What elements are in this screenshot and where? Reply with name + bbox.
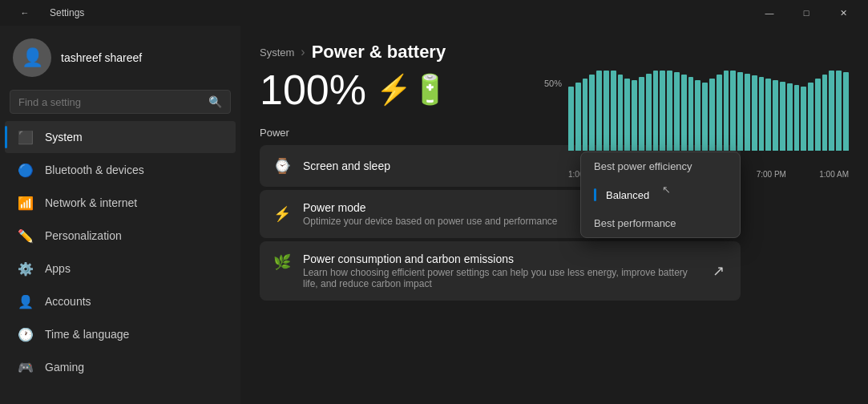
sidebar-item-apps[interactable]: ⚙️ Apps [5, 252, 236, 285]
chart-bars [568, 55, 849, 151]
chart-bar [632, 80, 637, 151]
chart-bar [674, 72, 680, 151]
chart-bar [815, 79, 821, 151]
sidebar-item-bluetooth[interactable]: 🔵 Bluetooth & devices [5, 154, 236, 186]
chart-bar [773, 80, 778, 151]
power-mode-dropdown[interactable]: Best power efficiency Balanced ↖ Best pe… [580, 152, 741, 238]
sidebar-label-network: Network & internet [45, 196, 137, 209]
screen-sleep-icon: ⌚ [273, 156, 292, 176]
chart-bar [611, 71, 616, 151]
breadcrumb-current: Power & battery [312, 42, 446, 63]
chart-bar [589, 75, 595, 151]
nav-list: ⬛ System 🔵 Bluetooth & devices 📶 Network… [0, 120, 240, 404]
user-section: 👤 tashreef shareef [0, 26, 240, 87]
carbon-row[interactable]: 🌿 Power consumption and carbon emissions… [260, 241, 741, 301]
close-button[interactable]: ✕ [825, 0, 862, 26]
chart-bar [568, 87, 574, 151]
chart-bar [575, 83, 581, 151]
cursor-pointer: ↖ [662, 183, 671, 195]
dropdown-option-efficiency-label: Best power efficiency [594, 160, 692, 172]
sidebar-label-apps: Apps [45, 262, 71, 275]
chart-bar [737, 72, 743, 151]
chart-bar [752, 75, 757, 151]
minimize-button[interactable]: — [751, 0, 788, 26]
titlebar: ← Settings — □ ✕ [0, 0, 868, 26]
power-mode-row[interactable]: ⚡ Power mode Optimize your device based … [260, 190, 741, 238]
sidebar: 👤 tashreef shareef 🔍 ⬛ System 🔵 Bluetoot… [0, 26, 240, 404]
chart-bar [681, 75, 687, 151]
chart-bar [653, 71, 659, 151]
username: tashreef shareef [61, 51, 142, 64]
sidebar-item-network[interactable]: 📶 Network & internet [5, 187, 236, 219]
breadcrumb-parent[interactable]: System [260, 46, 294, 59]
carbon-desc: Learn how choosing efficient power setti… [303, 267, 697, 289]
dropdown-option-balanced-label: Balanced [606, 189, 649, 201]
dropdown-option-efficiency[interactable]: Best power efficiency [581, 152, 740, 180]
dropdown-option-balanced[interactable]: Balanced ↖ [581, 180, 740, 209]
chart-bar [829, 71, 834, 151]
sidebar-item-accounts[interactable]: 👤 Accounts [5, 285, 236, 317]
chart-bar [724, 71, 729, 151]
apps-icon: ⚙️ [18, 261, 34, 277]
sidebar-label-system: System [45, 131, 83, 143]
chart-bar [583, 79, 588, 151]
sidebar-label-personalization: Personalization [45, 229, 122, 242]
window-controls: — □ ✕ [751, 0, 862, 26]
chart-bar [745, 74, 750, 151]
chart-bar [717, 75, 722, 151]
chart-bar [646, 74, 652, 151]
main-panel: System › Power & battery 100% ⚡🔋 50% 1:0… [240, 26, 868, 404]
sidebar-item-personalization[interactable]: ✏️ Personalization [5, 220, 236, 252]
chart-bar [730, 71, 736, 151]
dropdown-option-performance[interactable]: Best performance [581, 209, 740, 237]
breadcrumb-separator: › [301, 45, 305, 59]
battery-percent: 100% [260, 66, 366, 114]
power-mode-icon: ⚡ [273, 204, 292, 224]
chart-bar [765, 79, 771, 151]
carbon-content: Power consumption and carbon emissions L… [303, 252, 697, 289]
search-input[interactable] [18, 96, 202, 108]
external-link-icon: ↗ [709, 261, 728, 281]
chart-bar [667, 71, 672, 151]
bluetooth-icon: 🔵 [18, 162, 34, 178]
system-icon: ⬛ [18, 129, 34, 145]
sidebar-item-time[interactable]: 🕐 Time & language [5, 318, 236, 350]
chart-bar [688, 77, 694, 151]
personalization-icon: ✏️ [18, 228, 34, 244]
sidebar-label-gaming: Gaming [45, 361, 84, 374]
chart-bar [604, 71, 609, 151]
chart-bar [759, 77, 765, 151]
network-icon: 📶 [18, 195, 34, 211]
chart-bar [787, 83, 793, 151]
sidebar-label-bluetooth: Bluetooth & devices [45, 164, 144, 176]
chart-bar [709, 79, 715, 151]
sidebar-item-gaming[interactable]: 🎮 Gaming [5, 351, 236, 383]
app-title: Settings [50, 7, 84, 18]
chart-bar [695, 80, 700, 151]
accounts-icon: 👤 [18, 293, 34, 309]
time-icon: 🕐 [18, 326, 34, 342]
chart-bar [596, 71, 602, 151]
avatar: 👤 [13, 38, 51, 77]
dropdown-option-performance-label: Best performance [594, 217, 676, 229]
chart-bar [660, 71, 665, 151]
chart-bar [801, 87, 806, 151]
titlebar-left: ← Settings [6, 0, 84, 26]
chart-bar [624, 79, 630, 151]
carbon-card[interactable]: 🌿 Power consumption and carbon emissions… [260, 241, 741, 301]
chart-bar [794, 85, 800, 151]
sidebar-item-system[interactable]: ⬛ System [5, 121, 236, 153]
back-button[interactable]: ← [6, 0, 43, 26]
search-box[interactable]: 🔍 [10, 90, 231, 114]
sidebar-label-time: Time & language [45, 328, 129, 341]
battery-icon: ⚡🔋 [376, 73, 448, 107]
gaming-icon: 🎮 [18, 359, 34, 375]
chart-percent-label: 50% [544, 79, 562, 88]
app-body: 👤 tashreef shareef 🔍 ⬛ System 🔵 Bluetoot… [0, 26, 868, 404]
chart-bar [618, 75, 624, 151]
chart-bar [843, 72, 849, 151]
search-icon: 🔍 [208, 95, 222, 108]
chart-bar [702, 83, 708, 151]
chart-bar [639, 77, 644, 151]
maximize-button[interactable]: □ [788, 0, 825, 26]
